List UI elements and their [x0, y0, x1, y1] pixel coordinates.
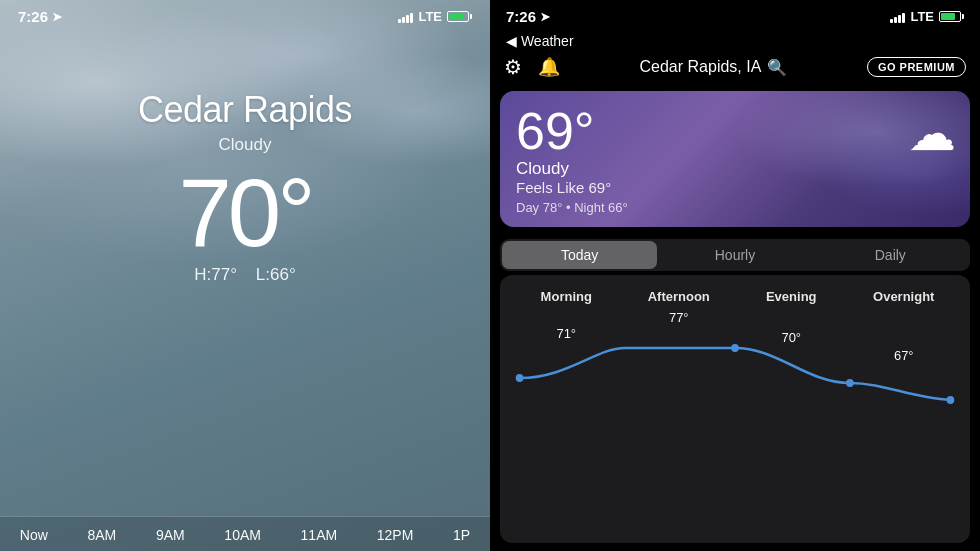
card-condition: Cloudy: [516, 159, 954, 179]
lte-label: LTE: [418, 9, 442, 24]
tab-hourly[interactable]: Hourly: [657, 241, 812, 269]
left-time-area: 7:26 ➤: [18, 8, 62, 25]
back-nav[interactable]: ◀ Weather: [490, 29, 980, 51]
right-time-area: 7:26 ➤: [506, 8, 550, 25]
right-time: 7:26: [506, 8, 536, 25]
signal-icon: [398, 11, 413, 23]
condition: Cloudy: [219, 135, 272, 155]
cloud-icon: ☁: [908, 105, 956, 161]
hourly-1p: 1P: [453, 527, 470, 543]
dot-morning: [516, 374, 524, 382]
tab-bar: Today Hourly Daily: [500, 239, 970, 271]
dot-evening: [846, 379, 854, 387]
period-overnight: Overnight: [848, 289, 961, 304]
high-temp: H:77°: [194, 265, 237, 284]
right-status-bar: 7:26 ➤ LTE: [490, 0, 980, 29]
hourly-9am: 9AM: [156, 527, 185, 543]
location-icon: ➤: [52, 10, 62, 24]
left-content: Cedar Rapids Cloudy 70° H:77° L:66°: [0, 29, 490, 285]
battery-icon: [447, 11, 472, 22]
right-panel: 7:26 ➤ LTE ◀ Weather ⚙ 🔔: [490, 0, 980, 551]
hourly-11am: 11AM: [301, 527, 338, 543]
top-bar: ⚙ 🔔 Cedar Rapids, IA 🔍 GO PREMIUM: [490, 51, 980, 85]
period-morning: Morning: [510, 289, 623, 304]
card-feels-like: Feels Like 69°: [516, 179, 954, 196]
low-temp: L:66°: [256, 265, 296, 284]
forecast-labels: Morning Afternoon Evening Overnight: [510, 281, 960, 304]
hourly-8am: 8AM: [87, 527, 116, 543]
dot-overnight: [947, 396, 955, 404]
forecast-section: Morning Afternoon Evening Overnight 71° …: [500, 275, 970, 543]
left-time: 7:26: [18, 8, 48, 25]
dot-afternoon: [731, 344, 739, 352]
left-status-right: LTE: [398, 9, 472, 24]
tab-daily[interactable]: Daily: [813, 241, 968, 269]
hourly-bar: Now 8AM 9AM 10AM 11AM 12PM 1P: [0, 516, 490, 551]
period-afternoon: Afternoon: [623, 289, 736, 304]
hourly-now: Now: [20, 527, 48, 543]
hourly-12pm: 12PM: [377, 527, 414, 543]
card-day-night: Day 78° • Night 66°: [516, 200, 954, 215]
tab-today[interactable]: Today: [502, 241, 657, 269]
right-lte-label: LTE: [910, 9, 934, 24]
city-name-bar: Cedar Rapids, IA 🔍: [640, 58, 788, 77]
search-icon[interactable]: 🔍: [767, 58, 787, 77]
left-status-bar: 7:26 ➤ LTE: [0, 0, 490, 29]
premium-button[interactable]: GO PREMIUM: [867, 57, 966, 77]
period-evening: Evening: [735, 289, 848, 304]
chart-area: 71° 77° 70° 67°: [510, 308, 960, 418]
hourly-10am: 10AM: [224, 527, 261, 543]
card-temperature: 69°: [516, 105, 954, 157]
right-signal-icon: [890, 11, 905, 23]
right-location-icon: ➤: [540, 10, 550, 24]
bell-icon[interactable]: 🔔: [538, 56, 560, 78]
right-battery-icon: [939, 11, 964, 22]
temperature: 70°: [178, 165, 311, 261]
right-city-name: Cedar Rapids, IA: [640, 58, 762, 76]
temp-afternoon: 77°: [623, 310, 736, 325]
hi-lo: H:77° L:66°: [194, 265, 296, 285]
right-status-right: LTE: [890, 9, 964, 24]
city-name: Cedar Rapids: [138, 89, 352, 131]
back-label[interactable]: ◀ Weather: [506, 33, 574, 49]
settings-icon[interactable]: ⚙: [504, 55, 522, 79]
left-panel: 7:26 ➤ LTE Cedar Rapids Cloudy 70° H:77°: [0, 0, 490, 551]
weather-card: 69° Cloudy Feels Like 69° Day 78° • Nigh…: [500, 91, 970, 227]
top-bar-left-icons: ⚙ 🔔: [504, 55, 560, 79]
temperature-chart: [510, 338, 960, 408]
